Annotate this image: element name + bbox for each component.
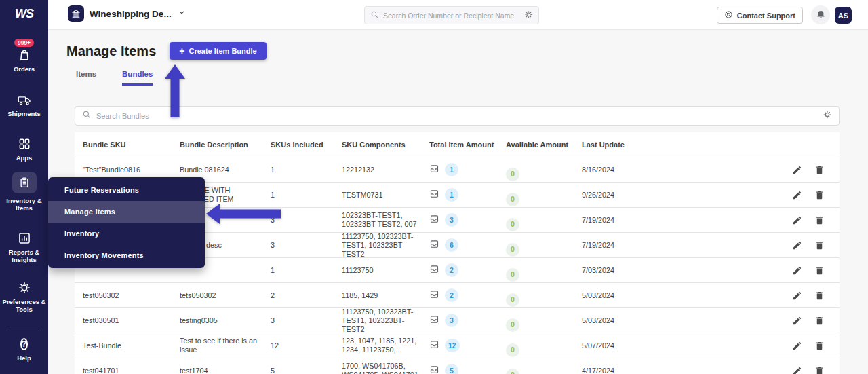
sidebar-item-shipments[interactable]: Shipments — [0, 93, 48, 117]
skus-included-cell: 1 — [271, 266, 342, 275]
edit-button[interactable] — [792, 316, 802, 326]
total-item-amount-cell: 6 — [429, 238, 506, 252]
row-actions — [684, 341, 840, 351]
total-amount-chip: 1 — [445, 188, 458, 202]
bundle-sku-cell: Test-Bundle — [83, 341, 180, 350]
search-icon — [370, 10, 379, 22]
sku-components-cell: 102323BT-TEST1, 102323BT-TEST2, 007 — [342, 211, 429, 229]
delete-button[interactable] — [814, 291, 825, 301]
delete-button[interactable] — [814, 215, 825, 225]
sidebar-item-label: Reports & Insights — [0, 248, 48, 263]
total-amount-chip: 2 — [445, 288, 458, 302]
table-row: test050302 tets050302 2 1185, 1429 2 0 5… — [75, 283, 840, 308]
available-amount-chip: 0 — [506, 243, 519, 257]
available-amount-cell: 0 — [506, 184, 582, 206]
search-icon — [82, 110, 92, 122]
notifications-button[interactable] — [811, 5, 830, 24]
create-button-label: Create Item Bundle — [189, 47, 256, 55]
delete-button[interactable] — [814, 190, 825, 200]
sidebar-item-label: Preferences & Tools — [0, 298, 48, 313]
company-name: Wineshipping De... — [90, 9, 172, 19]
tab-bundles[interactable]: Bundles — [122, 70, 153, 86]
inventory-box-icon — [429, 239, 439, 251]
total-amount-chip: 2 — [445, 263, 458, 277]
tab-items[interactable]: Items — [76, 70, 96, 86]
user-avatar[interactable]: AS — [835, 7, 852, 24]
delete-button[interactable] — [814, 240, 825, 250]
tab-bar: Items Bundles — [76, 70, 153, 86]
delete-button[interactable] — [814, 265, 825, 276]
lifebuoy-icon — [724, 10, 733, 20]
chevron-down-icon — [177, 7, 186, 20]
last-update-cell: 7/03/2024 — [582, 266, 684, 275]
menu-item-manage-items[interactable]: Manage Items — [48, 201, 205, 223]
orders-bag-icon — [0, 48, 48, 62]
available-amount-chip: 0 — [506, 343, 519, 357]
menu-item-future-reservations[interactable]: Future Reservations — [48, 179, 205, 201]
available-amount-cell: 0 — [506, 234, 582, 257]
sidebar-divider — [9, 331, 39, 331]
active-item-highlight — [12, 172, 37, 193]
bundle-sku-cell: test050302 — [83, 291, 180, 300]
sidebar-item-reports-insights[interactable]: Reports & Insights — [0, 231, 48, 263]
available-amount-cell: 0 — [506, 259, 582, 282]
total-amount-chip: 1 — [445, 163, 458, 176]
last-update-cell: 8/16/2024 — [582, 166, 684, 174]
edit-button[interactable] — [792, 366, 802, 374]
total-amount-chip: 3 — [445, 213, 458, 227]
bundle-description-cell: testing0305 — [180, 316, 271, 325]
row-actions — [684, 215, 840, 225]
total-item-amount-cell: 2 — [429, 263, 506, 277]
sidebar-item-apps[interactable]: Apps — [0, 137, 48, 162]
sidebar-item-preferences-tools[interactable]: Preferences & Tools — [0, 281, 48, 313]
page-root: WS 999+ Orders Shipments Apps — [0, 0, 868, 374]
bundle-sku-cell: "Test"Bundle0816 — [83, 166, 180, 174]
total-amount-chip: 12 — [445, 339, 460, 352]
row-actions — [684, 265, 840, 276]
sidebar-item-inventory-items[interactable]: Inventory & Items — [0, 172, 48, 212]
edit-button[interactable] — [792, 240, 802, 250]
skus-included-cell: 1 — [271, 166, 342, 174]
bundles-search-input[interactable] — [96, 112, 818, 120]
edit-button[interactable] — [792, 291, 802, 301]
skus-included-cell: 3 — [271, 241, 342, 250]
menu-item-inventory[interactable]: Inventory — [48, 223, 205, 244]
orders-count-badge: 999+ — [14, 39, 34, 47]
total-amount-chip: 6 — [445, 238, 458, 252]
edit-button[interactable] — [792, 341, 802, 351]
delete-button[interactable] — [814, 165, 825, 175]
skus-included-cell: 1 — [271, 191, 342, 200]
contact-support-button[interactable]: Contact Support — [717, 7, 803, 24]
filter-settings-gear-icon[interactable] — [823, 110, 832, 122]
menu-item-inventory-movements[interactable]: Inventory Movements — [48, 244, 205, 266]
last-update-cell: 7/19/2024 — [582, 216, 684, 225]
sidebar-item-orders[interactable]: 999+ Orders — [0, 35, 48, 73]
edit-button[interactable] — [792, 265, 802, 276]
create-item-bundle-button[interactable]: + Create Item Bundle — [170, 42, 266, 60]
bell-icon — [816, 9, 826, 22]
sidebar-item-label: Inventory & Items — [0, 197, 48, 212]
column-header: Last Update — [582, 141, 684, 149]
edit-button[interactable] — [792, 165, 802, 175]
edit-button[interactable] — [792, 215, 802, 225]
sidebar-item-help[interactable]: ? Help — [0, 337, 48, 362]
bundle-sku-cell: test030501 — [83, 316, 180, 325]
skus-included-cell: 2 — [271, 291, 342, 300]
search-settings-gear-icon[interactable] — [524, 10, 533, 22]
last-update-cell: 5/03/2024 — [582, 291, 684, 300]
delete-button[interactable] — [814, 341, 825, 351]
order-search-input[interactable] — [383, 12, 520, 20]
available-amount-cell: 0 — [506, 209, 582, 231]
sku-components-cell: 11123750 — [342, 266, 429, 275]
edit-button[interactable] — [792, 190, 802, 200]
order-search-bar — [364, 6, 539, 24]
sidebar-item-label: Apps — [0, 154, 48, 162]
bundle-description-cell: test1704 — [180, 367, 271, 374]
delete-button[interactable] — [814, 366, 825, 374]
inventory-box-icon — [429, 264, 439, 276]
bundle-description-cell: Bundle 081624 — [180, 166, 271, 174]
delete-button[interactable] — [814, 316, 825, 326]
bundles-search-bar — [75, 106, 840, 126]
sku-components-cell: 1185, 1429 — [342, 291, 429, 300]
company-selector[interactable]: Wineshipping De... — [68, 5, 186, 22]
